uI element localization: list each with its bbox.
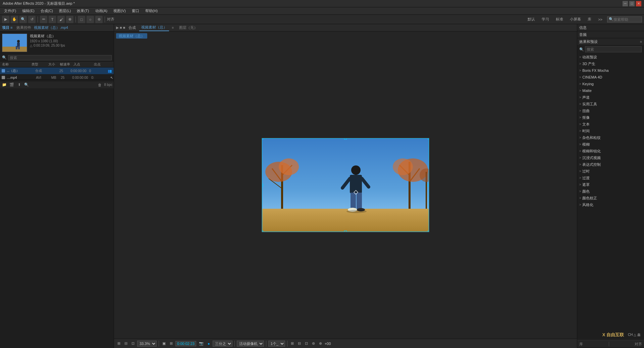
align-label-right[interactable]: 对齐 bbox=[635, 342, 642, 347]
vp-pixel-btn[interactable]: ⊞ bbox=[168, 341, 174, 346]
vp-camera-btn[interactable]: 📷 bbox=[198, 341, 205, 346]
video-frame[interactable] bbox=[262, 138, 429, 232]
workspace-standard[interactable]: 标准 bbox=[554, 16, 565, 22]
effect-cat-distort[interactable]: > 扭曲 bbox=[577, 107, 644, 114]
library-label[interactable]: 库 bbox=[579, 342, 583, 347]
tool-shape-rect[interactable]: □ bbox=[78, 16, 85, 23]
effect-cat-color[interactable]: > 颜色 bbox=[577, 188, 644, 195]
effect-cat-keying2[interactable]: > 抠像 bbox=[577, 114, 644, 121]
effects-section-title[interactable]: 效果和预设 ≡ bbox=[577, 38, 644, 45]
effect-cat-keying[interactable]: > Keying bbox=[577, 81, 644, 87]
workspace-small[interactable]: 小屏幕 bbox=[568, 16, 583, 22]
effect-cat-stylize[interactable]: > 风格化 bbox=[577, 201, 644, 208]
col-fps: 帧速率 bbox=[59, 62, 72, 67]
project-tab-effects[interactable]: 效果控件 bbox=[16, 25, 31, 30]
menu-window[interactable]: 窗口 bbox=[129, 8, 142, 14]
effect-cat-transition[interactable]: > 过渡 bbox=[577, 175, 644, 181]
vp-guide-btn[interactable]: ⊡ bbox=[304, 341, 309, 346]
effect-cat-channel[interactable]: > 声道 bbox=[577, 94, 644, 101]
effect-cat-colorcorrect[interactable]: > 颜色校正 bbox=[577, 195, 644, 201]
effect-cat-mask[interactable]: > 遮罩 bbox=[577, 181, 644, 188]
effect-cat-blur[interactable]: > 模糊 bbox=[577, 141, 644, 148]
menu-view[interactable]: 视图(V) bbox=[111, 8, 128, 14]
tool-text[interactable]: T bbox=[49, 16, 56, 23]
effect-cat-utility[interactable]: > 实用工具 bbox=[577, 101, 644, 107]
search-box[interactable]: 🔍 bbox=[607, 16, 642, 22]
effect-cat-blursharp[interactable]: > 模糊和锐化 bbox=[577, 148, 644, 154]
workspace-more[interactable]: >> bbox=[596, 17, 604, 22]
tool-brush[interactable]: 🖌 bbox=[57, 16, 65, 23]
effect-cat-text[interactable]: > 文本 bbox=[577, 121, 644, 128]
effects-menu-icon[interactable]: ≡ bbox=[640, 40, 642, 44]
comp-tab-footage[interactable]: 视频素材（总） bbox=[139, 24, 169, 31]
menu-help[interactable]: 帮助(H) bbox=[143, 8, 160, 14]
handle-top-left[interactable] bbox=[262, 138, 263, 140]
effect-cat-animation[interactable]: > 动画预设 bbox=[577, 54, 644, 60]
effect-cat-3d[interactable]: > 3D 产生 bbox=[577, 60, 644, 67]
workspace-library[interactable]: 库 bbox=[586, 16, 593, 22]
effect-cat-matte[interactable]: > Matte bbox=[577, 87, 644, 94]
menu-edit[interactable]: 编辑(E) bbox=[19, 8, 37, 14]
handle-mid-left[interactable] bbox=[262, 184, 263, 187]
tool-select[interactable]: ▶ bbox=[2, 16, 9, 23]
file-row-comp[interactable]: ...（总） 合成 25 0:00:00:00 0 👥 bbox=[0, 67, 114, 74]
tool-pen[interactable]: ✏ bbox=[40, 16, 47, 23]
menu-animation[interactable]: 动画(A) bbox=[93, 8, 110, 14]
close-button[interactable]: ✕ bbox=[636, 1, 641, 6]
tool-zoom[interactable]: 🔍 bbox=[19, 16, 27, 23]
vp-grid-btn[interactable]: ⊟ bbox=[123, 341, 129, 346]
footage-tab-label[interactable]: 视频素材（总） bbox=[116, 33, 147, 39]
workspace-default[interactable]: 默认 bbox=[526, 16, 537, 22]
tool-rotate[interactable]: ↺ bbox=[28, 16, 36, 23]
menu-layer[interactable]: 图层(L) bbox=[56, 8, 73, 14]
vp-reset-btn[interactable]: ⊕ bbox=[318, 341, 323, 346]
vp-view-count-select[interactable]: 1个_ bbox=[268, 341, 285, 347]
effects-search[interactable]: 🔍 bbox=[577, 45, 644, 54]
search-bottom-button[interactable]: 🔍 bbox=[23, 82, 30, 88]
project-search-input[interactable] bbox=[8, 55, 112, 60]
vp-render-toggle[interactable]: ⊞ bbox=[289, 341, 295, 346]
delete-button[interactable]: 🗑 bbox=[97, 82, 103, 88]
effect-cat-cinema4d[interactable]: > CINEMA 4D bbox=[577, 74, 644, 81]
file-row-footage[interactable]: ....mp4 AVI MB 25 0:00:00:00 0: ↖ bbox=[0, 74, 114, 81]
comp-tab-composition[interactable]: 合成 bbox=[126, 24, 138, 31]
effect-cat-time[interactable]: > 时间 bbox=[577, 128, 644, 134]
import-button[interactable]: ⬆ bbox=[16, 82, 22, 88]
vp-snap-btn[interactable]: ⊟ bbox=[297, 341, 302, 346]
vp-color-btn[interactable]: ● bbox=[206, 341, 211, 346]
vp-render-btn[interactable]: ⊞ bbox=[116, 341, 122, 346]
effects-search-input[interactable] bbox=[585, 46, 642, 52]
tool-stamp[interactable]: ⊕ bbox=[66, 16, 73, 23]
effect-cat-noise[interactable]: > 杂色和粒纹 bbox=[577, 134, 644, 141]
vp-3d-btn[interactable]: ⊛ bbox=[311, 341, 316, 346]
asset-thumb-svg bbox=[2, 34, 27, 52]
effect-cat-expression[interactable]: > 表达式控制 bbox=[577, 161, 644, 168]
tool-hand[interactable]: ✋ bbox=[11, 16, 18, 23]
minimize-button[interactable]: ─ bbox=[623, 1, 628, 6]
vp-camera-select[interactable]: 活动摄像机 bbox=[237, 341, 264, 347]
vp-zoom-select[interactable]: 33.3% bbox=[137, 341, 157, 347]
menu-comp[interactable]: 合成(C) bbox=[38, 8, 56, 14]
vp-extra-label: +00 bbox=[325, 342, 331, 346]
workspace-learn[interactable]: 学习 bbox=[540, 16, 551, 22]
tool-puppet[interactable]: ⊛ bbox=[95, 16, 103, 23]
new-comp-button[interactable]: 🎬 bbox=[9, 82, 15, 88]
audio-section-title[interactable]: 音频 bbox=[577, 31, 644, 38]
project-search[interactable]: 🔍 bbox=[0, 54, 114, 61]
vp-view-select[interactable]: 三分之 bbox=[213, 341, 232, 347]
vp-region-btn[interactable]: ⊡ bbox=[130, 341, 136, 346]
handle-top-center[interactable] bbox=[344, 138, 347, 140]
tool-shape-ellipse[interactable]: ○ bbox=[87, 16, 94, 23]
menu-file[interactable]: 文件(F) bbox=[1, 8, 19, 14]
effect-cat-immersive[interactable]: > 沉浸式视频 bbox=[577, 154, 644, 161]
project-tab-footage[interactable]: 视频素材（总）.mp4 bbox=[34, 25, 68, 30]
maximize-button[interactable]: □ bbox=[629, 1, 635, 6]
effect-cat-obsolete[interactable]: > 过时 bbox=[577, 168, 644, 175]
menu-effects[interactable]: 效果(T) bbox=[74, 8, 92, 14]
vp-time-display[interactable]: 0:00:02:23 bbox=[175, 341, 196, 346]
search-input[interactable] bbox=[613, 17, 640, 21]
new-folder-button[interactable]: 📁 bbox=[1, 82, 7, 88]
info-section-title[interactable]: 信息 bbox=[577, 24, 644, 31]
vp-frame-btn[interactable]: ▣ bbox=[161, 341, 167, 346]
effect-cat-boris[interactable]: > Boris FX Mocha bbox=[577, 67, 644, 74]
